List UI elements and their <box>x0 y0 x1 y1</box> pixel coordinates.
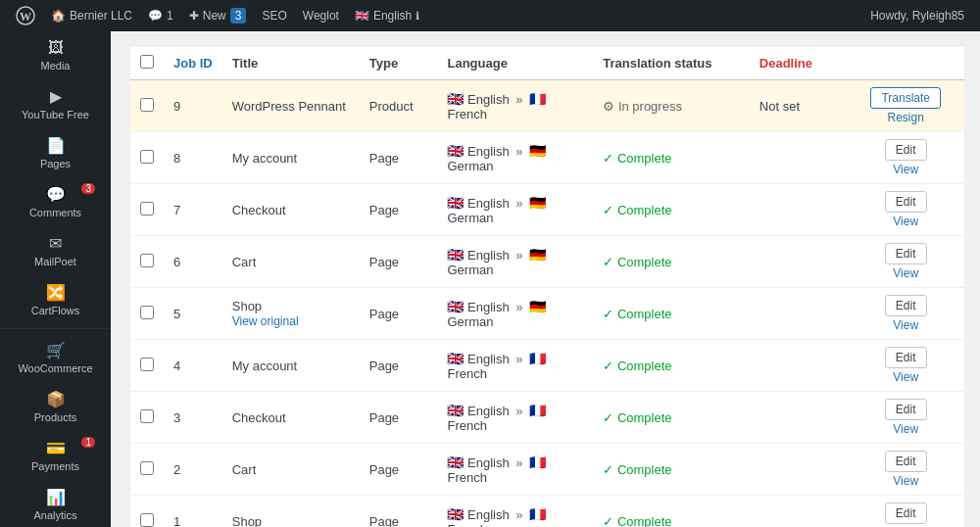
action-header <box>847 47 964 80</box>
checkmark-icon: ✓ <box>603 307 613 321</box>
title-cell: Checkout <box>222 392 360 444</box>
to-flag-icon: 🇩🇪 <box>529 195 546 211</box>
edit-button[interactable]: Edit <box>885 139 927 161</box>
title-text: Checkout <box>232 410 286 425</box>
to-flag-icon: 🇫🇷 <box>529 351 546 366</box>
view-link[interactable]: View <box>893 422 918 436</box>
to-flag-icon: 🇩🇪 <box>529 299 546 314</box>
status-text: ✓ Complete <box>603 359 671 373</box>
from-flag-icon: 🇬🇧 <box>447 247 464 263</box>
row-checkbox[interactable] <box>140 461 154 475</box>
checkmark-icon: ✓ <box>603 514 613 528</box>
status-cell: ✓ Complete <box>593 444 750 496</box>
info-icon: ℹ <box>416 10 419 23</box>
sidebar-item-analytics[interactable]: 📊 Analytics <box>0 480 111 527</box>
deadline-cell <box>750 288 848 340</box>
sidebar-item-products[interactable]: 📦 Products <box>0 382 111 431</box>
view-link[interactable]: View <box>893 266 918 280</box>
payments-badge: 1 <box>81 437 95 448</box>
deadline-cell <box>750 340 848 392</box>
deadline-cell <box>750 184 848 236</box>
language-cell: 🇬🇧 English » 🇫🇷 French <box>437 80 593 132</box>
deadline-cell: Not set <box>750 80 848 132</box>
weglot-item[interactable]: Weglot <box>295 0 347 31</box>
type-cell: Page <box>360 340 438 392</box>
to-flag-icon: 🇩🇪 <box>529 143 546 159</box>
site-name-item[interactable]: 🏠 Bernier LLC <box>43 0 140 31</box>
pages-icon: 📄 <box>46 136 66 155</box>
howdy-item[interactable]: Howdy, Ryleigh85 <box>862 0 972 31</box>
edit-button[interactable]: Edit <box>885 451 927 472</box>
title-cell: Shop <box>222 496 360 528</box>
view-link[interactable]: View <box>893 474 918 488</box>
row-checkbox[interactable] <box>140 306 154 319</box>
view-link[interactable]: View <box>893 370 918 384</box>
edit-button[interactable]: Edit <box>885 191 927 213</box>
row-checkbox[interactable] <box>140 150 154 164</box>
type-cell: Page <box>360 132 438 184</box>
checkmark-icon: ✓ <box>603 410 613 425</box>
to-flag-icon: 🇩🇪 <box>529 247 546 263</box>
youtube-icon: ▶ <box>50 87 62 106</box>
table-row: 1ShopPage🇬🇧 English » 🇫🇷 French✓ Complet… <box>130 496 964 528</box>
checkmark-icon: ✓ <box>603 203 613 217</box>
action-cell: EditView <box>847 444 964 496</box>
analytics-label: Analytics <box>33 509 76 521</box>
job-id-cell: 1 <box>164 496 222 528</box>
row-checkbox[interactable] <box>140 98 154 112</box>
job-id-header[interactable]: Job ID <box>164 47 222 80</box>
cartflows-icon: 🔀 <box>46 283 66 302</box>
sidebar-item-media[interactable]: 🖼 Media <box>0 31 111 79</box>
wp-logo-item[interactable]: W <box>8 0 43 31</box>
row-checkbox[interactable] <box>140 202 154 216</box>
sidebar-item-youtube[interactable]: ▶ YouTube Free <box>0 79 111 128</box>
status-text: ✓ Complete <box>603 151 671 166</box>
edit-button[interactable]: Edit <box>885 503 927 524</box>
sidebar: 🖼 Media ▶ YouTube Free 📄 Pages 💬 Comment… <box>0 31 111 527</box>
title-cell: ShopView original <box>222 288 360 340</box>
comment-count: 1 <box>167 9 173 23</box>
deadline-header[interactable]: Deadline <box>750 47 848 80</box>
howdy-text: Howdy, Ryleigh85 <box>870 9 964 23</box>
status-cell: ✓ Complete <box>593 340 750 392</box>
table-header-row: Job ID Title Type Language Translation s… <box>130 47 964 80</box>
select-all-checkbox[interactable] <box>140 55 154 69</box>
edit-button[interactable]: Edit <box>885 243 927 264</box>
row-checkbox[interactable] <box>140 409 154 423</box>
arrow-icon: » <box>515 196 522 211</box>
edit-button[interactable]: Edit <box>885 295 927 316</box>
english-item[interactable]: 🇬🇧 English ℹ <box>347 0 427 31</box>
deadline-cell <box>750 132 848 184</box>
row-checkbox[interactable] <box>140 358 154 371</box>
new-item[interactable]: ✚ New 3 <box>181 0 255 31</box>
products-label: Products <box>34 411 76 423</box>
products-icon: 📦 <box>46 390 66 408</box>
sidebar-item-payments[interactable]: 💳 Payments 1 <box>0 431 111 480</box>
view-link[interactable]: View <box>893 163 918 176</box>
yoast-badge: 3 <box>230 8 247 24</box>
edit-button[interactable]: Edit <box>885 399 927 420</box>
content-area: Job ID Title Type Language Translation s… <box>111 31 980 527</box>
sidebar-item-cartflows[interactable]: 🔀 CartFlows <box>0 275 111 324</box>
resign-link[interactable]: Resign <box>888 111 924 124</box>
seo-item[interactable]: SEO <box>254 0 294 31</box>
comments-item[interactable]: 💬 1 <box>140 0 181 31</box>
checkmark-icon: ✓ <box>603 462 613 477</box>
view-link[interactable]: View <box>893 318 918 332</box>
checkmark-icon: ✓ <box>603 359 613 373</box>
view-link[interactable]: View <box>893 215 918 228</box>
sidebar-item-mailpoet[interactable]: ✉ MailPoet <box>0 226 111 275</box>
view-original-link[interactable]: View original <box>232 314 299 328</box>
row-checkbox[interactable] <box>140 513 154 527</box>
sidebar-item-pages[interactable]: 📄 Pages <box>0 128 111 177</box>
title-text: My account <box>232 151 297 166</box>
edit-button[interactable]: Edit <box>885 347 927 368</box>
table-row: 5ShopView originalPage🇬🇧 English » 🇩🇪 Ge… <box>130 288 964 340</box>
row-checkbox[interactable] <box>140 254 154 267</box>
translate-button[interactable]: Translate <box>870 87 941 109</box>
table-row: 6CartPage🇬🇧 English » 🇩🇪 German✓ Complet… <box>130 236 964 288</box>
sidebar-item-woocommerce[interactable]: 🛒 WooCommerce <box>0 333 111 382</box>
sidebar-item-comments[interactable]: 💬 Comments 3 <box>0 177 111 226</box>
title-header: Title <box>222 47 360 80</box>
from-flag-icon: 🇬🇧 <box>447 143 464 159</box>
